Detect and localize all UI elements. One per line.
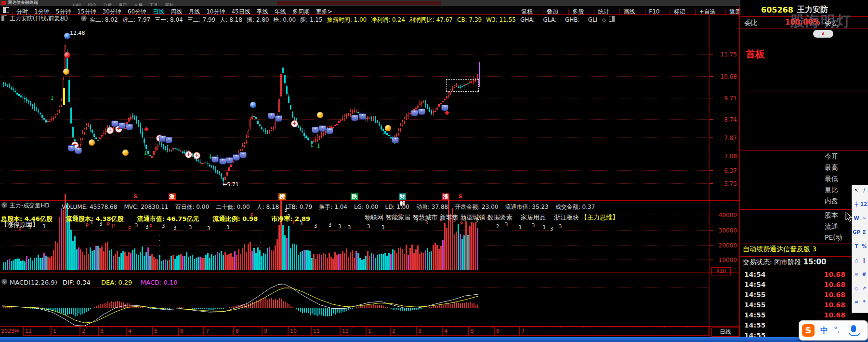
draw-tool-icon[interactable]: ┼ [853, 201, 860, 208]
event-badge-激[interactable]: 激 [169, 193, 176, 200]
draw-tool-icon[interactable]: △ [853, 257, 860, 264]
toolbar-button-标记[interactable]: 标记 [673, 8, 685, 15]
event-badge-跌[interactable]: 跌 [351, 193, 358, 200]
period-item-多周期[interactable]: 多周期 [292, 8, 310, 15]
candle [165, 147, 166, 150]
draw-tool-icon[interactable]: T [853, 243, 860, 250]
punctuation-toggle[interactable]: °, [834, 326, 840, 334]
time-axis-month[interactable]: 9 [262, 327, 288, 336]
period-item-15分钟[interactable]: 15分钟 [77, 8, 96, 15]
event-badge-财解[interactable]: 财解 [399, 193, 406, 200]
candle-wick [53, 116, 54, 121]
period-item-季线[interactable]: 季线 [257, 8, 268, 15]
indicator-field: 腿: 1.15 [300, 16, 323, 23]
period-item-更多>[interactable]: 更多> [316, 8, 332, 15]
weibi-value: 100.00% [785, 19, 820, 26]
candle [176, 149, 178, 150]
collapse-chevron[interactable]: ∧ [813, 30, 833, 38]
period-item-1分钟[interactable]: 1分钟 [34, 8, 50, 15]
collapse-icon[interactable]: ∨ [1, 279, 7, 285]
period-item-年线[interactable]: 年线 [275, 8, 286, 15]
draw-tool-icon[interactable]: ↖ [853, 187, 860, 194]
draw-tool-icon[interactable]: % [860, 243, 868, 250]
period-item-60分钟[interactable]: 60分钟 [128, 8, 146, 15]
period-item-5分钟[interactable]: 5分钟 [56, 8, 71, 15]
time-axis-month[interactable]: 4 [126, 327, 152, 336]
collapse-icon[interactable]: ∨ [81, 15, 87, 21]
draw-tool-icon[interactable]: # [860, 271, 868, 278]
pane-mini-icon[interactable] [609, 16, 615, 22]
macd-bar [44, 308, 45, 310]
draw-tool-icon[interactable]: = [853, 299, 860, 306]
draw-tool-icon[interactable]: / [860, 187, 868, 194]
time-axis-month[interactable]: 2 [80, 327, 98, 336]
event-badge-S[interactable]: S [458, 193, 463, 200]
time-axis-month[interactable]: 12 [23, 327, 51, 336]
macd-bar [304, 308, 305, 313]
macd-bar [327, 308, 328, 316]
draw-tool-icon[interactable]: 123 [860, 201, 868, 208]
period-item-45日线[interactable]: 45日线 [231, 8, 250, 15]
time-axis-month[interactable]: 5 [152, 327, 178, 336]
info-label2: 今开 [825, 152, 838, 161]
time-axis-month[interactable]: 2 [390, 327, 416, 336]
stock-code: 605268 [761, 6, 793, 14]
collapse-icon[interactable]: ∨ [1, 202, 7, 208]
volume-bar [213, 256, 214, 270]
period-item-日线[interactable]: 日线 [153, 8, 164, 15]
period-item-周线[interactable]: 周线 [171, 8, 182, 15]
toolbar-button-画线[interactable]: 画线 [623, 8, 635, 15]
volume-bar [221, 251, 222, 270]
draw-tool-icon[interactable]: * [860, 299, 868, 306]
time-axis-month[interactable]: 7 [204, 327, 234, 336]
time-axis-month[interactable]: 5 [469, 327, 494, 336]
time-axis-month[interactable]: 11 [311, 327, 340, 336]
event-badge-涨[interactable]: 涨 [442, 193, 449, 200]
time-axis-month[interactable]: 1 [51, 327, 80, 336]
time-axis-month[interactable]: 7 [519, 327, 709, 336]
macd-bar [314, 308, 315, 315]
toolbar-button-复权[interactable]: 复权 [521, 8, 533, 15]
period-item-分时[interactable]: 分时 [16, 8, 28, 15]
time-axis-month[interactable]: 3 [416, 327, 442, 336]
draw-tool-icon[interactable]: ◇ [853, 285, 860, 292]
weicha-label: 委差 [825, 19, 838, 26]
draw-tool-icon[interactable]: ~ [860, 215, 868, 222]
time-axis-month[interactable]: 1 [366, 327, 390, 336]
period-item-10分钟[interactable]: 10分钟 [206, 8, 225, 15]
time-axis-month[interactable]: 12 [340, 327, 366, 336]
period-item-月线[interactable]: 月线 [188, 8, 200, 15]
time-axis-month[interactable]: 3 [98, 327, 126, 336]
draw-tool-icon[interactable]: Σ [860, 229, 868, 236]
time-axis-month[interactable]: 10 [288, 327, 311, 336]
toolbar-button-叠加[interactable]: 叠加 [547, 8, 558, 15]
sogou-logo-icon[interactable]: S [802, 324, 815, 337]
time-axis-month[interactable]: 4 [442, 327, 469, 336]
separator-line [0, 326, 740, 327]
toolbar-button-统计[interactable]: 统计 [598, 8, 609, 15]
toolbar-button-F10[interactable]: F10 [649, 8, 659, 15]
candle [375, 120, 376, 122]
time-axis-month[interactable]: 6 [494, 327, 519, 336]
candle [253, 116, 255, 117]
toolbar-button-+自选[interactable]: +自选 [699, 8, 716, 15]
event-badge-榜[interactable]: 榜 [278, 193, 286, 200]
renewal-notice[interactable]: 自动续费通达信普及版 3 [743, 246, 816, 252]
macd-bar [458, 303, 459, 308]
toolbar-button-多股[interactable]: 多股 [572, 8, 584, 15]
period-item-30分钟[interactable]: 30分钟 [103, 8, 121, 15]
draw-tool-icon[interactable]: ≈ [853, 271, 860, 278]
input-mode-toggle[interactable]: 中 [820, 326, 828, 336]
event-badge-S[interactable]: S [132, 193, 138, 200]
limit-up-reason[interactable]: 【涨停原因】 [1, 221, 39, 228]
tick-price: 10.68 [824, 301, 845, 309]
time-axis-month[interactable]: 6 [178, 327, 204, 336]
draw-tool-icon[interactable]: GP [853, 229, 860, 236]
pane-layout-icon[interactable] [3, 7, 9, 13]
draw-tool-icon[interactable]: W [853, 215, 860, 222]
time-axis-month[interactable]: 8 [234, 327, 262, 336]
period-label-box[interactable]: 日线 [711, 328, 739, 337]
microphone-icon[interactable] [851, 325, 856, 332]
draw-tool-icon[interactable]: ‖ [860, 257, 868, 264]
draw-tool-icon[interactable]: ↗ [860, 285, 868, 292]
